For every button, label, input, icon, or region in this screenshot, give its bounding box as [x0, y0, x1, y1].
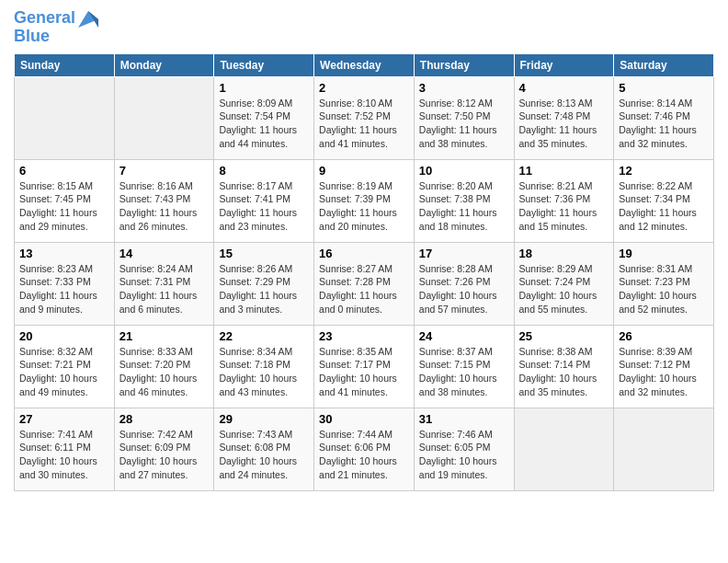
- weekday-header-wednesday: Wednesday: [314, 53, 415, 76]
- calendar-cell: 30Sunrise: 7:44 AM Sunset: 6:06 PM Dayli…: [314, 408, 415, 490]
- day-number: 23: [319, 329, 409, 343]
- day-info: Sunrise: 8:19 AM Sunset: 7:39 PM Dayligh…: [319, 179, 409, 234]
- calendar-cell: 14Sunrise: 8:24 AM Sunset: 7:31 PM Dayli…: [114, 242, 214, 325]
- calendar-cell: 1Sunrise: 8:09 AM Sunset: 7:54 PM Daylig…: [214, 76, 314, 159]
- calendar-cell: 6Sunrise: 8:15 AM Sunset: 7:45 PM Daylig…: [15, 159, 115, 242]
- day-info: Sunrise: 8:32 AM Sunset: 7:21 PM Dayligh…: [19, 345, 109, 399]
- calendar-cell: 15Sunrise: 8:26 AM Sunset: 7:29 PM Dayli…: [214, 242, 314, 325]
- day-number: 30: [319, 412, 409, 426]
- day-number: 7: [119, 164, 210, 178]
- calendar-cell: 10Sunrise: 8:20 AM Sunset: 7:38 PM Dayli…: [414, 159, 514, 242]
- day-info: Sunrise: 8:31 AM Sunset: 7:23 PM Dayligh…: [619, 262, 709, 316]
- calendar-cell: 9Sunrise: 8:19 AM Sunset: 7:39 PM Daylig…: [314, 159, 415, 242]
- day-number: 28: [119, 412, 210, 426]
- day-info: Sunrise: 8:23 AM Sunset: 7:33 PM Dayligh…: [19, 262, 109, 316]
- calendar-cell: [514, 408, 614, 490]
- calendar-cell: 11Sunrise: 8:21 AM Sunset: 7:36 PM Dayli…: [514, 159, 614, 242]
- day-info: Sunrise: 7:44 AM Sunset: 6:06 PM Dayligh…: [319, 428, 409, 482]
- day-info: Sunrise: 8:09 AM Sunset: 7:54 PM Dayligh…: [219, 97, 309, 151]
- calendar-week-row: 6Sunrise: 8:15 AM Sunset: 7:45 PM Daylig…: [15, 159, 714, 242]
- calendar-cell: 27Sunrise: 7:41 AM Sunset: 6:11 PM Dayli…: [15, 408, 115, 490]
- calendar-week-row: 27Sunrise: 7:41 AM Sunset: 6:11 PM Dayli…: [15, 408, 714, 490]
- day-number: 22: [219, 329, 309, 343]
- day-number: 21: [119, 329, 210, 343]
- day-info: Sunrise: 8:39 AM Sunset: 7:12 PM Dayligh…: [619, 345, 709, 399]
- calendar-cell: 8Sunrise: 8:17 AM Sunset: 7:41 PM Daylig…: [214, 159, 314, 242]
- logo-icon: [78, 11, 98, 28]
- calendar-cell: 2Sunrise: 8:10 AM Sunset: 7:52 PM Daylig…: [314, 76, 415, 159]
- day-info: Sunrise: 8:29 AM Sunset: 7:24 PM Dayligh…: [519, 262, 609, 316]
- weekday-header-monday: Monday: [114, 53, 214, 76]
- day-info: Sunrise: 8:13 AM Sunset: 7:48 PM Dayligh…: [519, 97, 609, 151]
- calendar-cell: 25Sunrise: 8:38 AM Sunset: 7:14 PM Dayli…: [514, 325, 614, 408]
- day-info: Sunrise: 8:27 AM Sunset: 7:28 PM Dayligh…: [319, 262, 409, 316]
- calendar-cell: 29Sunrise: 7:43 AM Sunset: 6:08 PM Dayli…: [214, 408, 314, 490]
- weekday-header-thursday: Thursday: [414, 53, 514, 76]
- logo-text: General: [14, 9, 75, 28]
- calendar-cell: 28Sunrise: 7:42 AM Sunset: 6:09 PM Dayli…: [114, 408, 214, 490]
- day-number: 18: [519, 247, 609, 260]
- day-number: 2: [319, 81, 409, 95]
- day-number: 3: [419, 81, 509, 95]
- day-number: 29: [219, 412, 309, 426]
- day-number: 19: [619, 247, 709, 260]
- day-number: 24: [419, 329, 509, 343]
- day-number: 26: [619, 329, 709, 343]
- calendar-cell: [614, 408, 714, 490]
- day-info: Sunrise: 8:35 AM Sunset: 7:17 PM Dayligh…: [319, 345, 409, 399]
- calendar-cell: 13Sunrise: 8:23 AM Sunset: 7:33 PM Dayli…: [15, 242, 115, 325]
- day-info: Sunrise: 7:43 AM Sunset: 6:08 PM Dayligh…: [219, 428, 309, 482]
- weekday-header-row: SundayMondayTuesdayWednesdayThursdayFrid…: [15, 53, 714, 76]
- day-info: Sunrise: 8:21 AM Sunset: 7:36 PM Dayligh…: [519, 179, 609, 234]
- day-info: Sunrise: 8:22 AM Sunset: 7:34 PM Dayligh…: [619, 179, 709, 234]
- day-number: 10: [419, 164, 509, 178]
- day-info: Sunrise: 8:14 AM Sunset: 7:46 PM Dayligh…: [619, 97, 709, 151]
- day-number: 15: [219, 247, 309, 260]
- logo-general: General: [14, 8, 75, 27]
- day-info: Sunrise: 8:12 AM Sunset: 7:50 PM Dayligh…: [419, 97, 509, 151]
- calendar-cell: 31Sunrise: 7:46 AM Sunset: 6:05 PM Dayli…: [414, 408, 514, 490]
- day-number: 1: [219, 81, 309, 95]
- calendar-cell: 20Sunrise: 8:32 AM Sunset: 7:21 PM Dayli…: [15, 325, 115, 408]
- calendar-cell: 4Sunrise: 8:13 AM Sunset: 7:48 PM Daylig…: [514, 76, 614, 159]
- calendar-cell: 19Sunrise: 8:31 AM Sunset: 7:23 PM Dayli…: [614, 242, 714, 325]
- weekday-header-tuesday: Tuesday: [214, 53, 314, 76]
- logo: General Blue: [14, 9, 98, 46]
- calendar-cell: 24Sunrise: 8:37 AM Sunset: 7:15 PM Dayli…: [414, 325, 514, 408]
- day-info: Sunrise: 7:41 AM Sunset: 6:11 PM Dayligh…: [19, 428, 109, 482]
- day-number: 6: [19, 164, 109, 178]
- calendar-week-row: 1Sunrise: 8:09 AM Sunset: 7:54 PM Daylig…: [15, 76, 714, 159]
- day-info: Sunrise: 8:10 AM Sunset: 7:52 PM Dayligh…: [319, 97, 409, 151]
- day-info: Sunrise: 8:34 AM Sunset: 7:18 PM Dayligh…: [219, 345, 309, 399]
- calendar-cell: [114, 76, 214, 159]
- day-info: Sunrise: 7:46 AM Sunset: 6:05 PM Dayligh…: [419, 428, 509, 482]
- calendar-cell: 18Sunrise: 8:29 AM Sunset: 7:24 PM Dayli…: [514, 242, 614, 325]
- calendar-cell: 5Sunrise: 8:14 AM Sunset: 7:46 PM Daylig…: [614, 76, 714, 159]
- day-number: 14: [119, 247, 210, 260]
- weekday-header-sunday: Sunday: [15, 53, 115, 76]
- calendar-cell: 23Sunrise: 8:35 AM Sunset: 7:17 PM Dayli…: [314, 325, 415, 408]
- day-info: Sunrise: 8:16 AM Sunset: 7:43 PM Dayligh…: [119, 179, 210, 234]
- calendar-cell: [15, 76, 115, 159]
- calendar-cell: 17Sunrise: 8:28 AM Sunset: 7:26 PM Dayli…: [414, 242, 514, 325]
- calendar-cell: 7Sunrise: 8:16 AM Sunset: 7:43 PM Daylig…: [114, 159, 214, 242]
- day-info: Sunrise: 8:17 AM Sunset: 7:41 PM Dayligh…: [219, 179, 309, 234]
- calendar-cell: 3Sunrise: 8:12 AM Sunset: 7:50 PM Daylig…: [414, 76, 514, 159]
- day-info: Sunrise: 8:20 AM Sunset: 7:38 PM Dayligh…: [419, 179, 509, 234]
- day-number: 25: [519, 329, 609, 343]
- day-number: 5: [619, 81, 709, 95]
- weekday-header-friday: Friday: [514, 53, 614, 76]
- calendar-week-row: 20Sunrise: 8:32 AM Sunset: 7:21 PM Dayli…: [15, 325, 714, 408]
- day-number: 11: [519, 164, 609, 178]
- calendar-cell: 12Sunrise: 8:22 AM Sunset: 7:34 PM Dayli…: [614, 159, 714, 242]
- calendar-cell: 21Sunrise: 8:33 AM Sunset: 7:20 PM Dayli…: [114, 325, 214, 408]
- day-info: Sunrise: 8:37 AM Sunset: 7:15 PM Dayligh…: [419, 345, 509, 399]
- header: General Blue: [14, 9, 714, 46]
- day-number: 13: [19, 247, 109, 260]
- day-number: 12: [619, 164, 709, 178]
- calendar-cell: 22Sunrise: 8:34 AM Sunset: 7:18 PM Dayli…: [214, 325, 314, 408]
- day-info: Sunrise: 8:38 AM Sunset: 7:14 PM Dayligh…: [519, 345, 609, 399]
- day-number: 9: [319, 164, 409, 178]
- calendar-week-row: 13Sunrise: 8:23 AM Sunset: 7:33 PM Dayli…: [15, 242, 714, 325]
- day-number: 16: [319, 247, 409, 260]
